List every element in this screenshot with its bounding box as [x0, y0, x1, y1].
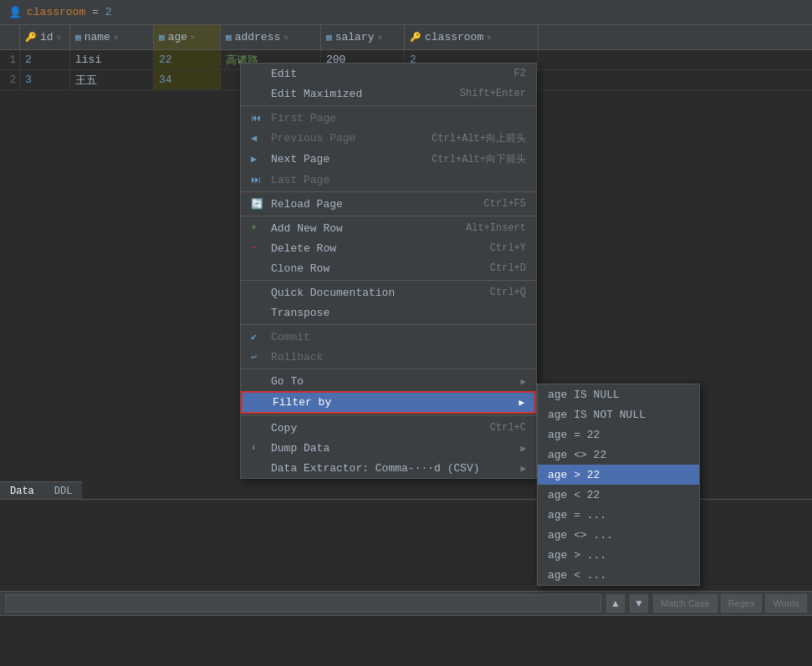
- cell-age-2[interactable]: 34: [154, 70, 221, 89]
- col-id-label: id: [40, 31, 54, 43]
- first-page-icon: ⏮: [251, 112, 268, 125]
- col-header-classroom[interactable]: 🔑 classroom ⇅: [405, 25, 539, 49]
- col-icon-address: ▦: [226, 32, 232, 43]
- submenu-age-is-null[interactable]: age IS NULL: [538, 384, 699, 404]
- prev-page-shortcut: Ctrl+Alt+向上箭头: [432, 131, 526, 145]
- menu-last-page: ⏭ Last Page: [241, 170, 536, 190]
- submenu-age-eq-dots-label: age = ...: [548, 509, 606, 521]
- menu-clone-row-label: Clone Row: [271, 262, 329, 275]
- menu-reload[interactable]: 🔄 Reload Page Ctrl+F5: [241, 194, 536, 214]
- menu-data-extractor[interactable]: Data Extractor: Comma-···d (CSV) ▶: [241, 458, 536, 478]
- nav-up-button[interactable]: ▲: [606, 594, 625, 613]
- col-icon-salary: ▦: [326, 32, 332, 43]
- data-extractor-arrow: ▶: [520, 463, 526, 474]
- menu-filter-by[interactable]: Filter by ▶: [241, 391, 536, 414]
- sort-icon-name[interactable]: ⇅: [114, 33, 118, 42]
- col-header-age[interactable]: ▦ age ⇅: [154, 25, 221, 49]
- key-icon-classroom: 🔑: [410, 32, 421, 43]
- edit-shortcut: F2: [514, 68, 526, 79]
- cell-age-1[interactable]: 22: [154, 50, 221, 69]
- menu-edit-label: Edit: [271, 68, 297, 80]
- menu-last-page-label: Last Page: [271, 174, 329, 186]
- submenu-age-eq-dots[interactable]: age = ...: [538, 505, 699, 525]
- row-num-1: 1: [0, 50, 20, 69]
- submenu-age-neq-dots[interactable]: age <> ...: [538, 525, 699, 545]
- sort-icon-address[interactable]: ⇅: [283, 33, 288, 42]
- add-row-icon: +: [251, 222, 268, 234]
- col-header-address[interactable]: ▦ address ⇅: [221, 25, 321, 49]
- sort-icon-age[interactable]: ⇅: [191, 33, 195, 42]
- regex-button[interactable]: Regex: [721, 594, 763, 613]
- db-keyword: classroom: [27, 6, 85, 18]
- submenu-age-eq-22[interactable]: age = 22: [538, 425, 699, 445]
- dump-data-arrow: ▶: [520, 443, 526, 454]
- menu-rollback-label: Rollback: [271, 351, 323, 364]
- add-row-shortcut: Alt+Insert: [466, 222, 526, 234]
- col-icon-age: ▦: [159, 32, 165, 43]
- rollback-icon: ↩: [251, 351, 268, 364]
- next-page-shortcut: Ctrl+Alt+向下箭头: [432, 152, 526, 166]
- filter-value: 2: [105, 6, 112, 18]
- nav-down-button[interactable]: ▼: [630, 594, 648, 613]
- top-bar: 👤 classroom = 2: [0, 0, 812, 25]
- dump-data-icon: ⬇: [251, 443, 268, 453]
- separator-7: [241, 415, 536, 416]
- filter-by-submenu: age IS NULL age IS NOT NULL age = 22 age…: [537, 384, 700, 586]
- col-header-id[interactable]: 🔑 id ⇅: [20, 25, 70, 49]
- cell-id-2[interactable]: 3: [20, 70, 70, 89]
- submenu-age-lt-22-label: age < 22: [548, 489, 600, 501]
- col-header-name[interactable]: ▦ name ⇅: [70, 25, 154, 49]
- submenu-age-is-not-null-label: age IS NOT NULL: [548, 409, 646, 421]
- menu-dump-data[interactable]: ⬇ Dump Data ▶: [241, 438, 536, 458]
- row-num-header: [0, 25, 20, 49]
- menu-delete-row[interactable]: − Delete Row Ctrl+Y: [241, 238, 536, 258]
- menu-transpose[interactable]: Transpose: [241, 302, 536, 323]
- search-bar: ▲ ▼ Match Case Regex Words: [0, 591, 812, 616]
- menu-edit[interactable]: Edit F2: [241, 64, 536, 84]
- menu-clone-row[interactable]: Clone Row Ctrl+D: [241, 258, 536, 278]
- menu-edit-maximized[interactable]: Edit Maximized Shift+Enter: [241, 84, 536, 104]
- words-button[interactable]: Words: [765, 594, 807, 613]
- menu-first-page: ⏮ First Page: [241, 108, 536, 128]
- submenu-age-lt-dots-label: age < ...: [548, 569, 606, 582]
- menu-first-page-label: First Page: [271, 112, 336, 125]
- table-header: 🔑 id ⇅ ▦ name ⇅ ▦ age ⇅ ▦ address ⇅ ▦ sa…: [0, 25, 812, 50]
- separator-1: [241, 105, 536, 106]
- menu-add-row[interactable]: + Add New Row Alt+Insert: [241, 218, 536, 238]
- top-bar-title: classroom = 2: [27, 6, 111, 18]
- menu-transpose-label: Transpose: [271, 307, 329, 319]
- submenu-age-neq-22-label: age <> 22: [548, 449, 606, 461]
- delete-row-shortcut: Ctrl+Y: [490, 242, 526, 254]
- menu-goto[interactable]: Go To ▶: [241, 371, 536, 391]
- submenu-age-gt-dots[interactable]: age > ...: [538, 545, 699, 565]
- sort-icon-id[interactable]: ⇅: [57, 33, 61, 42]
- submenu-age-neq-22[interactable]: age <> 22: [538, 445, 699, 465]
- col-name-label: name: [84, 31, 110, 43]
- submenu-age-lt-22[interactable]: age < 22: [538, 485, 699, 505]
- sort-icon-classroom[interactable]: ⇅: [487, 33, 491, 42]
- cell-id-1[interactable]: 2: [20, 50, 70, 69]
- match-case-button[interactable]: Match Case: [653, 594, 718, 613]
- submenu-age-is-not-null[interactable]: age IS NOT NULL: [538, 404, 699, 425]
- menu-next-page[interactable]: ▶ Next Page Ctrl+Alt+向下箭头: [241, 149, 536, 170]
- cell-name-1[interactable]: lisi: [70, 50, 154, 69]
- quick-doc-shortcut: Ctrl+Q: [490, 287, 526, 298]
- menu-quick-doc[interactable]: Quick Documentation Ctrl+Q: [241, 282, 536, 302]
- sort-icon-salary[interactable]: ⇅: [377, 33, 381, 42]
- cell-name-2[interactable]: 王五: [70, 70, 154, 89]
- submenu-age-lt-dots[interactable]: age < ...: [538, 565, 699, 585]
- row-num-2: 2: [0, 70, 20, 89]
- menu-commit: ✔ Commit: [241, 327, 536, 347]
- delete-row-icon: −: [251, 242, 268, 254]
- search-input[interactable]: [5, 594, 601, 613]
- menu-quick-doc-label: Quick Documentation: [271, 287, 395, 299]
- separator-6: [241, 369, 536, 369]
- operator: =: [92, 6, 105, 18]
- separator-2: [241, 191, 536, 192]
- col-header-salary[interactable]: ▦ salary ⇅: [321, 25, 405, 49]
- submenu-age-gt-dots-label: age > ...: [548, 549, 606, 562]
- context-menu: Edit F2 Edit Maximized Shift+Enter ⏮ Fir…: [240, 63, 537, 479]
- col-address-label: address: [235, 31, 281, 43]
- submenu-age-gt-22[interactable]: age > 22: [538, 465, 699, 485]
- menu-copy[interactable]: Copy Ctrl+C: [241, 418, 536, 438]
